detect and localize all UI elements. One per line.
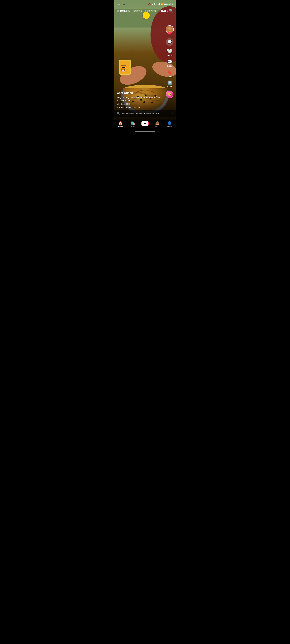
profile-label: Profile — [167, 126, 172, 128]
share-action[interactable]: ↗️ 43.9K — [167, 80, 172, 88]
like-count: 262.3K — [167, 54, 173, 56]
shop-label: Shop — [131, 126, 134, 128]
phone-container: 🐯 8:37 📷 🔕 — [114, 0, 176, 133]
video-info: Chef Obang Wag na mag oven! #steamedbana… — [114, 91, 163, 108]
plus-btn-main[interactable]: + — [142, 121, 148, 126]
notification-bubble[interactable] — [143, 12, 150, 19]
right-action-bar: + 💭 🤍 262.3K 💬 2,398 🔖 113.5K ↗️ 43.9K — [166, 25, 174, 98]
create-plus-button[interactable]: + — [142, 121, 148, 126]
message-circle[interactable]: 💭 — [166, 38, 174, 46]
bottom-nav-home[interactable]: 🏠 Home — [116, 121, 125, 128]
profile-icon: 👤 — [167, 121, 172, 126]
tab-for-you[interactable]: For You — [159, 10, 168, 12]
home-label: Home — [118, 126, 123, 128]
follow-plus-button[interactable]: + — [168, 31, 171, 34]
message-bubble-icon: 💭 — [168, 40, 172, 44]
search-suggestion-icon: 🔍 — [117, 112, 120, 115]
battery-charging-dot — [168, 4, 169, 5]
search-suggestion-text: Search · Banana Recipe Ideas Tutorial — [122, 112, 171, 115]
home-icon: 🏠 — [118, 121, 123, 126]
inbox-label: Inbox — [156, 126, 159, 127]
status-right: 🔕 📶 — [148, 3, 173, 6]
like-action[interactable]: 🤍 262.3K — [167, 48, 173, 56]
signal-bars-2 — [156, 3, 160, 5]
comment-icon[interactable]: 💬 — [167, 60, 172, 64]
bottom-nav-create[interactable]: + — [140, 121, 150, 126]
shop-icon: 🛍️ — [130, 121, 135, 126]
tab-explore[interactable]: Explore — [133, 10, 142, 12]
status-time: 8:37 — [117, 3, 122, 6]
music-text[interactable]: kawaii - nanaacom · cu — [119, 106, 140, 108]
music-disc-action[interactable]: 🐱 — [166, 90, 174, 98]
mute-icon: 🔕 — [148, 3, 151, 6]
live-badge[interactable]: ✕ LIVE — [117, 9, 125, 12]
home-indicator — [135, 131, 155, 132]
heart-icon[interactable]: 🤍 — [167, 48, 172, 54]
music-ticker: ♪ kawaii - nanaacom · cu — [117, 106, 160, 108]
search-chevron-icon: › — [172, 112, 173, 115]
creator-avatar-container[interactable]: + — [166, 25, 174, 34]
bookmark-count: 113.5K — [167, 76, 173, 78]
bottom-nav-shop[interactable]: 🛍️ Shop — [128, 121, 138, 128]
bookmark-icon[interactable]: 🔖 — [167, 70, 172, 75]
bookmark-action[interactable]: 🔖 113.5K — [167, 70, 173, 78]
music-note-icon: ♪ — [117, 106, 118, 108]
creator-avatar[interactable]: + — [166, 25, 174, 34]
tab-for-you-wrapper: For You — [159, 10, 168, 12]
message-icon-action[interactable]: 💭 — [166, 38, 174, 46]
comment-count: 2,398 — [167, 65, 172, 67]
battery-bar — [164, 3, 167, 5]
translation-hint[interactable]: See translation — [117, 103, 160, 105]
music-disc[interactable]: 🐱 — [166, 90, 174, 98]
camera-status-icon: 📷 — [122, 3, 125, 6]
wifi-icon: 📶 — [160, 3, 163, 6]
search-icon[interactable]: 🔍 — [169, 9, 173, 13]
signal-bars-1 — [151, 3, 155, 5]
inbox-icon: 📥 — [155, 121, 160, 125]
status-left: 8:37 📷 — [117, 3, 125, 6]
svg-text:🐯: 🐯 — [120, 68, 125, 72]
live-label[interactable]: LIVE — [120, 10, 125, 12]
creator-name[interactable]: Chef Obang — [117, 91, 160, 95]
music-disc-emoji: 🐱 — [168, 92, 172, 96]
bottom-nav-inbox[interactable]: 📥 Inbox — [152, 121, 162, 127]
video-description: Wag na mag oven! #steamedbananamuffins #… — [117, 96, 160, 102]
live-x-icon: ✕ — [117, 9, 119, 12]
active-tab-underline — [161, 11, 166, 12]
comment-action[interactable]: 💬 2,398 — [167, 60, 172, 67]
search-suggestion-bar[interactable]: 🔍 Search · Banana Recipe Ideas Tutorial … — [114, 110, 176, 117]
bottom-nav-profile[interactable]: 👤 Profile — [165, 121, 174, 128]
battery-percent: 85% — [170, 3, 173, 5]
see-more-button[interactable]: See more — [120, 99, 130, 102]
share-count: 43.9K — [167, 86, 172, 88]
status-bar: 8:37 📷 🔕 📶 — [114, 0, 176, 7]
plus-sign-icon: + — [144, 122, 146, 125]
battery-indicator: 85% — [164, 3, 173, 5]
battery-fill — [164, 4, 166, 5]
bottom-navigation: 🏠 Home 🛍️ Shop + 📥 Inbox 👤 Pro — [114, 120, 176, 133]
share-icon[interactable]: ↗️ — [167, 80, 172, 85]
